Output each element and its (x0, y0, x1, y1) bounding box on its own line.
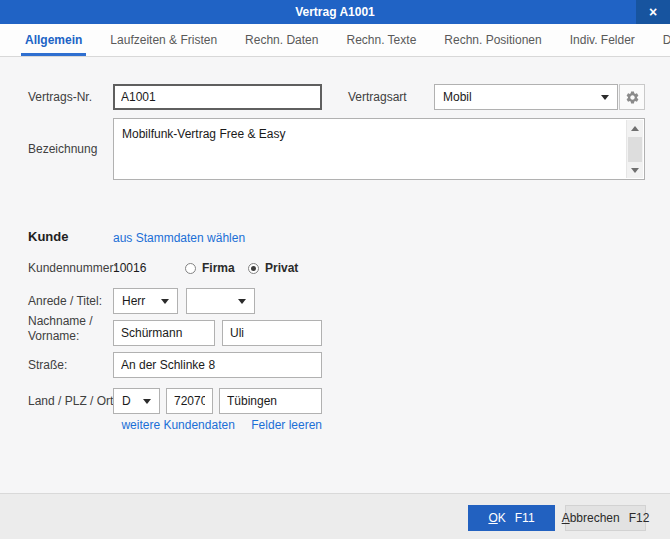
tab-indiv-felder[interactable]: Indiv. Felder (556, 24, 649, 56)
vertrag-nr-label: Vertrags-Nr. (28, 84, 92, 110)
ort-input[interactable] (219, 388, 322, 414)
dialog-title: Vertrag A1001 (295, 5, 375, 19)
felder-leeren-link[interactable]: Felder leeren (251, 418, 322, 432)
footer-bar: OK F11 Abbrechen F12 (0, 493, 670, 539)
vertragsart-label: Vertragsart (348, 84, 407, 110)
titel-select[interactable] (186, 288, 255, 314)
radio-firma[interactable]: Firma (185, 260, 235, 276)
vertragsart-select[interactable]: Mobil (434, 84, 618, 110)
triangle-down-icon (631, 168, 639, 173)
anrede-select[interactable]: Herr (113, 288, 178, 314)
kunde-heading: Kunde (28, 229, 68, 244)
ok-shortcut: F11 (515, 511, 535, 525)
bezeichnung-textarea[interactable]: Mobilfunk-Vertrag Free & Easy (113, 118, 645, 180)
anrede-value: Herr (122, 294, 145, 308)
land-select[interactable]: D (113, 388, 160, 414)
close-button[interactable]: × (636, 0, 670, 24)
titlebar: Vertrag A1001 × (0, 0, 670, 24)
triangle-up-icon (631, 126, 639, 131)
chevron-down-icon (601, 95, 609, 100)
scroll-down-button[interactable] (627, 162, 643, 178)
kundennummer-label: Kundennummer: (28, 260, 117, 276)
tab-dokumente[interactable]: Dokumente (649, 24, 670, 56)
land-value: D (122, 394, 131, 408)
chevron-down-icon (238, 299, 246, 304)
gear-icon (625, 90, 640, 105)
close-icon: × (649, 5, 657, 19)
kundennummer-value: 10016 (113, 260, 146, 276)
plz-input[interactable] (166, 388, 213, 414)
bezeichnung-label: Bezeichnung (28, 118, 97, 180)
abbrechen-label: Abbrechen (562, 511, 620, 525)
vorname-input[interactable] (222, 320, 322, 346)
chevron-down-icon (143, 399, 151, 404)
strasse-input[interactable] (113, 352, 322, 378)
tab-bar: Allgemein Laufzeiten & Fristen Rechn. Da… (0, 24, 670, 57)
tab-rechn-positionen[interactable]: Rechn. Positionen (430, 24, 555, 56)
abbrechen-shortcut: F12 (629, 511, 650, 525)
chevron-down-icon (161, 299, 169, 304)
bezeichnung-text: Mobilfunk-Vertrag Free & Easy (122, 127, 285, 141)
radio-privat-label: Privat (265, 261, 298, 275)
textarea-scrollbar[interactable] (626, 120, 643, 178)
radio-firma-circle (185, 263, 196, 274)
anrede-titel-label: Anrede / Titel: (28, 288, 102, 314)
radio-privat[interactable]: Privat (248, 260, 298, 276)
scroll-up-button[interactable] (627, 120, 643, 136)
nachname-vorname-label: Nachname / Vorname: (28, 314, 113, 344)
vertrag-dialog: Vertrag A1001 × Allgemein Laufzeiten & F… (0, 0, 670, 539)
tab-laufzeiten-fristen[interactable]: Laufzeiten & Fristen (96, 24, 231, 56)
nachname-input[interactable] (113, 320, 215, 346)
radio-firma-label: Firma (202, 261, 235, 275)
land-plz-ort-label: Land / PLZ / Ort: (28, 388, 117, 414)
strasse-label: Straße: (28, 352, 67, 378)
kunde-links-row: weitere Kundendaten Felder leeren (113, 415, 322, 433)
vertrag-nr-input[interactable] (113, 84, 322, 110)
stammdaten-link[interactable]: aus Stammdaten wählen (113, 231, 245, 245)
tab-allgemein[interactable]: Allgemein (11, 24, 96, 56)
content-panel: Vertrags-Nr. Vertragsart Mobil Bezeichnu… (0, 57, 670, 493)
vertragsart-settings-button[interactable] (619, 84, 645, 110)
abbrechen-button[interactable]: Abbrechen F12 (565, 505, 646, 531)
scrollbar-thumb[interactable] (628, 137, 642, 165)
tab-rechn-texte[interactable]: Rechn. Texte (332, 24, 430, 56)
radio-privat-circle (248, 263, 259, 274)
weitere-kundendaten-link[interactable]: weitere Kundendaten (121, 418, 234, 432)
ok-button[interactable]: OK F11 (468, 505, 555, 531)
vertragsart-value: Mobil (443, 90, 472, 104)
ok-label: OK (488, 511, 505, 525)
tab-rechn-daten[interactable]: Rechn. Daten (231, 24, 332, 56)
